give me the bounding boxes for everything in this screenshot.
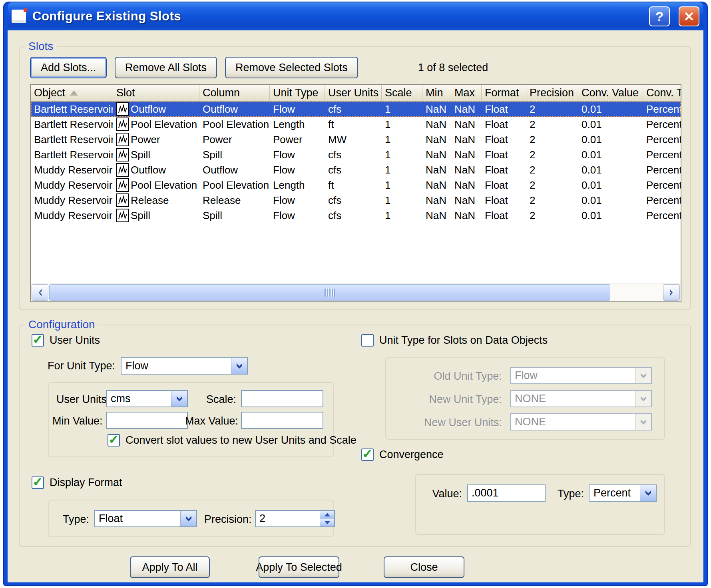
convergence-checkbox-label: Convergence — [379, 448, 444, 461]
close-button[interactable]: ✕ — [679, 6, 699, 26]
convert-slot-values-label: Convert slot values to new User Units an… — [125, 434, 356, 446]
arrow-up-icon — [325, 513, 330, 516]
unit-type-data-objects-checkbox[interactable] — [361, 334, 374, 347]
unit-type-data-objects-label: Unit Type for Slots on Data Objects — [379, 334, 548, 347]
convergence-settings-box: Value: Type: Percent — [415, 474, 665, 535]
dialog-window: Configure Existing Slots ? ✕ Slots Add S… — [3, 2, 708, 586]
timeseries-slot-icon — [116, 133, 129, 146]
max-value-label: Max Value: — [185, 415, 236, 427]
slots-group: Slots Add Slots... Remove All Slots Remo… — [19, 46, 691, 310]
help-button[interactable]: ? — [649, 6, 670, 26]
format-type-label: Type: — [61, 513, 89, 526]
check-icon: ✓ — [33, 333, 43, 346]
scroll-left-button[interactable] — [32, 284, 48, 301]
dropdown-arrow-icon — [635, 414, 651, 430]
timeseries-slot-icon — [116, 163, 129, 177]
convergence-type-label: Type: — [556, 488, 584, 500]
column-header-object[interactable]: Object — [31, 85, 113, 101]
apply-to-selected-button[interactable]: Apply To Selected — [259, 556, 339, 578]
column-header-format[interactable]: Format — [482, 85, 526, 101]
dropdown-arrow-icon — [635, 391, 651, 407]
dropdown-arrow-icon — [180, 511, 196, 526]
table-row[interactable]: Muddy Reservoir Pool Elevation Pool Elev… — [31, 177, 681, 193]
check-icon: ✓ — [109, 433, 119, 446]
configuration-group-label: Configuration — [25, 318, 98, 331]
display-format-checkbox[interactable]: ✓ — [32, 476, 44, 489]
user-units-combobox[interactable]: cms — [106, 390, 188, 407]
convergence-checkbox[interactable]: ✓ — [361, 448, 374, 461]
horizontal-scrollbar-thumb[interactable] — [49, 284, 610, 301]
chevron-left-icon — [37, 288, 43, 297]
arrow-down-icon — [325, 521, 330, 524]
window-title: Configure Existing Slots — [32, 9, 643, 24]
dropdown-arrow-icon — [231, 358, 247, 374]
window-icon[interactable] — [12, 10, 26, 23]
remove-all-slots-button[interactable]: Remove All Slots — [115, 57, 217, 78]
table-row[interactable]: Muddy Reservoir Outflow Outflow Flow cfs… — [31, 162, 681, 177]
dropdown-arrow-icon — [640, 485, 656, 501]
new-unit-type-label: New Unit Type: — [402, 393, 502, 406]
display-format-settings-box: Type: Float Precision: — [48, 500, 334, 537]
slots-table: Object Slot Column Unit Type User Units … — [30, 84, 681, 302]
dropdown-arrow-icon — [171, 391, 187, 407]
convergence-type-combobox[interactable]: Percent — [589, 484, 657, 502]
spin-up-button[interactable] — [320, 511, 334, 518]
old-unit-type-combobox: Flow — [510, 367, 652, 384]
user-units-checkbox-label: User Units — [50, 334, 100, 347]
horizontal-scrollbar[interactable] — [31, 283, 681, 301]
new-user-units-label: New User Units: — [402, 417, 502, 429]
timeseries-slot-icon — [116, 148, 129, 161]
dialog-client-area: Slots Add Slots... Remove All Slots Remo… — [8, 30, 703, 582]
column-header-conv-type[interactable]: Conv. Ty — [643, 85, 681, 101]
table-row[interactable]: Bartlett Reservoir Outflow Outflow Flow … — [31, 102, 681, 117]
table-row[interactable]: Bartlett Reservoir Spill Spill Flow cfs … — [31, 147, 681, 162]
column-header-slot[interactable]: Slot — [113, 85, 199, 101]
max-value-input[interactable] — [241, 412, 323, 429]
column-header-max[interactable]: Max — [451, 85, 482, 101]
scroll-right-button[interactable] — [663, 284, 680, 301]
column-header-precision[interactable]: Precision — [526, 85, 578, 101]
unit-type-data-objects-box: Old Unit Type: Flow New Unit Type: NONE … — [385, 357, 665, 440]
min-value-label: Min Value: — [52, 415, 102, 427]
precision-input[interactable] — [256, 511, 320, 526]
for-unit-type-combobox[interactable]: Flow — [121, 357, 248, 375]
close-dialog-button[interactable]: Close — [384, 556, 464, 578]
column-header-column[interactable]: Column — [199, 85, 270, 101]
configuration-group: Configuration ✓ User Units For Unit Type… — [19, 325, 691, 547]
scrollbar-track[interactable] — [611, 284, 663, 301]
dropdown-arrow-icon — [635, 368, 651, 383]
titlebar: Configure Existing Slots ? ✕ — [8, 2, 703, 30]
column-header-user-units[interactable]: User Units — [325, 85, 382, 101]
column-header-scale[interactable]: Scale — [382, 85, 422, 101]
apply-to-all-button[interactable]: Apply To All — [130, 556, 210, 578]
user-units-checkbox[interactable]: ✓ — [32, 334, 44, 347]
new-user-units-combobox: NONE — [510, 413, 652, 431]
table-row[interactable]: Muddy Reservoir Release Release Flow cfs… — [31, 193, 681, 208]
old-unit-type-label: Old Unit Type: — [402, 370, 502, 383]
precision-label: Precision: — [204, 513, 250, 526]
convergence-value-input[interactable] — [467, 484, 546, 502]
remove-selected-slots-button[interactable]: Remove Selected Slots — [225, 57, 358, 78]
close-icon: ✕ — [683, 10, 695, 23]
min-value-input[interactable] — [106, 412, 188, 429]
table-row[interactable]: Muddy Reservoir Spill Spill Flow cfs 1 N… — [31, 208, 681, 223]
table-row[interactable]: Bartlett Reservoir Pool Elevation Pool E… — [31, 117, 681, 132]
sort-ascending-icon — [70, 90, 78, 96]
convergence-value-label: Value: — [428, 488, 462, 500]
column-header-conv-value[interactable]: Conv. Value — [578, 85, 643, 101]
selection-status: 1 of 8 selected — [418, 62, 488, 74]
new-unit-type-combobox: NONE — [510, 390, 652, 407]
timeseries-slot-icon — [116, 209, 129, 222]
add-slots-button[interactable]: Add Slots... — [30, 57, 107, 78]
format-type-combobox[interactable]: Float — [94, 510, 197, 527]
scale-input[interactable] — [241, 390, 323, 407]
precision-stepper[interactable] — [255, 510, 335, 527]
help-icon: ? — [655, 10, 663, 23]
check-icon: ✓ — [33, 476, 43, 488]
column-header-unit-type[interactable]: Unit Type — [270, 85, 325, 101]
convert-slot-values-checkbox[interactable]: ✓ — [108, 434, 120, 446]
for-unit-type-label: For Unit Type: — [48, 360, 115, 372]
table-row[interactable]: Bartlett Reservoir Power Power Power MW … — [31, 132, 681, 147]
spin-down-button[interactable] — [320, 518, 334, 526]
column-header-min[interactable]: Min — [422, 85, 451, 101]
